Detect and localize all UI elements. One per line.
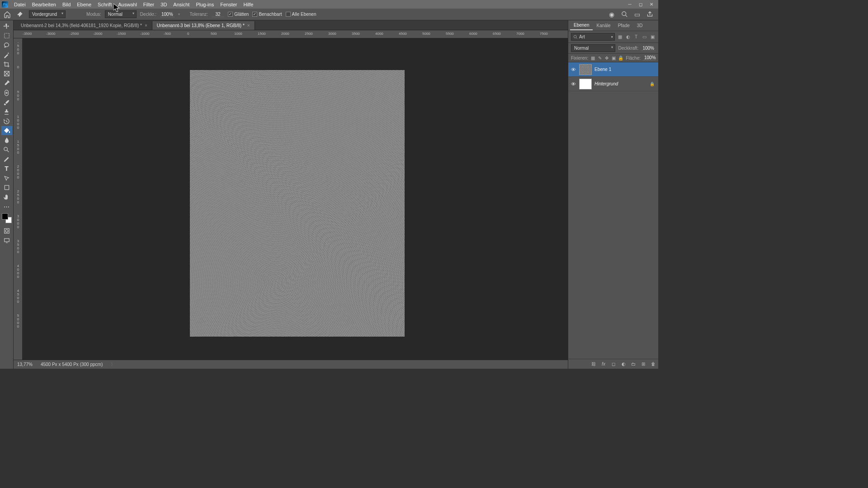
filter-type-icon[interactable]: T (633, 34, 639, 40)
home-button[interactable] (3, 10, 12, 19)
document-tab[interactable]: Unbenannt-2 bei 14,3% (field-406181_1920… (16, 21, 152, 30)
visibility-toggle[interactable]: 👁 (570, 67, 576, 72)
all-layers-checkbox[interactable]: Alle Ebenen (286, 12, 316, 17)
panel-tab-pfade[interactable]: Pfade (614, 21, 633, 30)
fill-opacity-input[interactable]: 100% (643, 55, 656, 61)
marquee-tool[interactable] (1, 31, 12, 40)
close-button[interactable]: ✕ (646, 1, 656, 8)
menu-bearbeiten[interactable]: Bearbeiten (29, 1, 59, 8)
layer-thumbnail[interactable] (579, 64, 592, 75)
opacity-input[interactable]: 100% (160, 12, 175, 17)
layer-mask-icon[interactable]: ◻ (610, 361, 617, 367)
hand-tool[interactable] (1, 192, 12, 202)
menu-auswahl[interactable]: Auswahl (115, 1, 140, 8)
menu-hilfe[interactable]: Hilfe (240, 1, 256, 8)
delete-layer-icon[interactable]: 🗑 (650, 361, 656, 367)
frame-tool[interactable] (1, 69, 12, 78)
color-swatches[interactable] (2, 213, 12, 223)
layer-opacity-label: Deckkraft: (618, 46, 638, 51)
lock-transparency-icon[interactable]: ▦ (590, 56, 595, 61)
menu-filter[interactable]: Filter (140, 1, 157, 8)
visibility-toggle[interactable]: 👁 (570, 81, 576, 87)
screenmode-toggle[interactable] (1, 236, 12, 245)
panel-tab-kanäle[interactable]: Kanäle (593, 21, 614, 30)
lasso-tool[interactable] (1, 41, 12, 50)
menu-ansicht[interactable]: Ansicht (170, 1, 193, 8)
maximize-button[interactable]: ◻ (636, 1, 646, 8)
paint-bucket-tool[interactable] (1, 126, 12, 135)
adjustment-layer-icon[interactable]: ◐ (620, 361, 627, 367)
lock-artboard-icon[interactable]: ▣ (611, 56, 616, 61)
lock-position-icon[interactable]: ✥ (604, 56, 609, 61)
filter-pixel-icon[interactable]: ▦ (617, 34, 623, 40)
current-tool-icon[interactable] (15, 9, 25, 19)
filter-adjust-icon[interactable]: ◐ (625, 34, 631, 40)
layer-filter-dropdown[interactable]: Art (571, 33, 615, 41)
canvas[interactable] (190, 70, 405, 337)
history-brush-tool[interactable] (1, 117, 12, 126)
minimize-button[interactable]: ─ (625, 1, 635, 8)
layer-row[interactable]: 👁Ebene 1 (568, 62, 658, 77)
share-icon[interactable] (646, 10, 654, 19)
zoom-level[interactable]: 13,77% (17, 362, 33, 367)
blur-tool[interactable] (1, 136, 12, 145)
path-select-tool[interactable] (1, 174, 12, 183)
fill-source-dropdown[interactable]: Vordergrund (29, 10, 66, 18)
new-layer-icon[interactable]: ⊞ (640, 361, 646, 367)
layer-blend-dropdown[interactable]: Normal (571, 44, 615, 52)
layer-style-icon[interactable]: fx (600, 361, 607, 367)
foreground-color-swatch[interactable] (2, 213, 8, 220)
type-tool[interactable]: T (1, 164, 12, 173)
more-tools[interactable]: ⋯ (1, 202, 12, 211)
menu-datei[interactable]: Datei (11, 1, 29, 8)
contiguous-checkbox[interactable]: ✓Benachbart (252, 12, 282, 17)
tab-close-icon[interactable]: × (247, 23, 250, 28)
dodge-tool[interactable] (1, 145, 12, 154)
antialias-checkbox[interactable]: ✓Glätten (228, 12, 249, 17)
filter-shape-icon[interactable]: ▭ (641, 34, 647, 40)
layer-thumbnail[interactable] (579, 79, 592, 89)
menu-bild[interactable]: Bild (59, 1, 74, 8)
svg-point-7 (5, 230, 8, 232)
move-tool[interactable] (1, 22, 12, 31)
blend-mode-dropdown[interactable]: Normal (105, 10, 137, 18)
brush-tool[interactable] (1, 98, 12, 107)
vertical-ruler: -500050010001500200025003000350040004500… (14, 38, 23, 360)
panel-tab-ebenen[interactable]: Ebenen (570, 21, 593, 30)
menu-schrift[interactable]: Schrift (94, 1, 115, 8)
ruler-tick: 4000 (375, 32, 383, 36)
group-icon[interactable]: 🗀 (630, 361, 637, 367)
layer-opacity-input[interactable]: 100% (641, 46, 656, 51)
link-layers-icon[interactable]: ⛓ (590, 361, 597, 367)
cloud-docs-icon[interactable]: ◉ (608, 10, 616, 19)
filter-smart-icon[interactable]: ▣ (649, 34, 656, 40)
layer-name-label[interactable]: Hintergrund (594, 81, 618, 86)
lock-all-icon[interactable]: 🔒 (618, 56, 623, 61)
panel-tab-3d[interactable]: 3D (633, 21, 646, 30)
layer-name-label[interactable]: Ebene 1 (594, 67, 611, 72)
crop-tool[interactable] (1, 60, 12, 69)
opacity-label: Deckkr.: (140, 12, 156, 17)
ruler-tick: 2500 (305, 32, 313, 36)
panels-dock: EbenenKanälePfade3D Art ▦ ◐ T ▭ ▣ Normal… (568, 20, 658, 369)
canvas-viewport[interactable] (23, 38, 568, 360)
lock-pixels-icon[interactable]: ✎ (598, 56, 602, 61)
menu-plug-ins[interactable]: Plug-ins (193, 1, 217, 8)
menu-ebene[interactable]: Ebene (74, 1, 94, 8)
tab-close-icon[interactable]: × (145, 23, 147, 28)
eyedropper-tool[interactable] (1, 79, 12, 88)
layer-row[interactable]: 👁Hintergrund🔒 (568, 77, 658, 91)
tolerance-input[interactable]: 32 (212, 12, 224, 17)
stamp-tool[interactable] (1, 107, 12, 116)
wand-tool[interactable] (1, 50, 12, 59)
menu-3d[interactable]: 3D (157, 1, 170, 8)
menu-fenster[interactable]: Fenster (217, 1, 240, 8)
shape-tool[interactable] (1, 183, 12, 192)
healing-tool[interactable] (1, 88, 12, 97)
ruler-tick: 0 (187, 32, 189, 36)
document-tab[interactable]: Unbenannt-3 bei 13,8% (Ebene 1, RGB/8) *… (152, 21, 255, 30)
quickmask-toggle[interactable] (1, 226, 12, 235)
search-icon[interactable] (620, 10, 628, 19)
workspace-icon[interactable]: ▭ (633, 10, 641, 19)
pen-tool[interactable] (1, 155, 12, 164)
